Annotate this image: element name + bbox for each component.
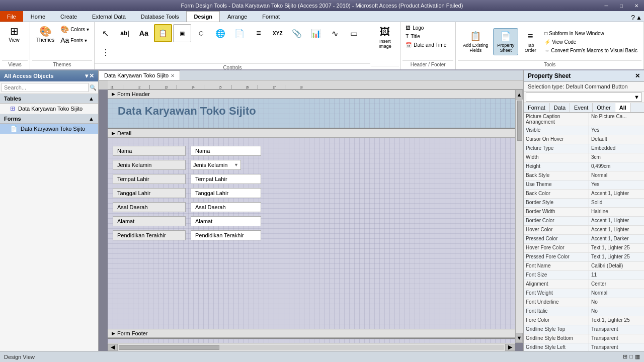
insert-image-button[interactable]: 🖼 InsertImage	[372, 24, 397, 51]
help-icon[interactable]: ?	[631, 14, 635, 22]
view-button[interactable]: ⊞ View	[3, 24, 25, 45]
rect-control[interactable]: ▭	[345, 24, 363, 42]
prop-row-25[interactable]: Gridline Style Left Transparent	[524, 343, 644, 351]
field-input-tanggal-lahir[interactable]: Tanggal Lahir	[191, 188, 261, 198]
prop-row-2[interactable]: Cursor On Hover Default	[524, 135, 644, 144]
attach-control[interactable]: 📎	[288, 24, 306, 42]
subform-new-window-button[interactable]: □ Subform in New Window	[542, 30, 639, 37]
prop-row-12[interactable]: Hover Color Accent 1, Lighter	[524, 226, 644, 235]
prop-type-dropdown[interactable]: ▼	[526, 93, 642, 102]
scroll-right-btn[interactable]: ▶	[505, 344, 515, 351]
tab-arrange[interactable]: Arrange	[220, 11, 255, 22]
tab-format[interactable]: Format	[255, 11, 287, 22]
panel-menu-icon[interactable]: ▾	[85, 72, 88, 79]
status-view-icon-3[interactable]: ▦	[635, 353, 640, 360]
status-view-icon-2[interactable]: □	[629, 353, 633, 360]
datetime-button[interactable]: 📅 Date and Time	[404, 41, 452, 49]
nav-control[interactable]: 📄	[230, 24, 249, 42]
fonts-button[interactable]: Aa Fonts ▾	[58, 35, 91, 45]
vertical-scrollbar[interactable]: ▲ ▼	[515, 89, 523, 343]
line-control[interactable]: ∿	[326, 24, 344, 42]
scroll-down-btn[interactable]: ▼	[516, 333, 523, 343]
prop-tab-format[interactable]: Format	[524, 103, 550, 112]
prop-row-20[interactable]: Font Underline No	[524, 298, 644, 307]
prop-row-6[interactable]: Back Style Normal	[524, 171, 644, 180]
close-button[interactable]: ✕	[629, 0, 644, 11]
search-input[interactable]	[2, 83, 89, 92]
tab-database-tools[interactable]: Database Tools	[133, 11, 187, 22]
property-sheet-button[interactable]: 📄 PropertySheet	[493, 28, 518, 55]
tables-section[interactable]: Tables ▲	[0, 94, 98, 104]
textbox-control[interactable]: ab|	[116, 24, 134, 42]
forms-section[interactable]: Forms ▲	[0, 114, 98, 124]
prop-row-9[interactable]: Border Style Solid	[524, 199, 644, 208]
field-input-tempat-lahir[interactable]: Tempat Lahir	[191, 174, 261, 184]
form-detail-section[interactable]: Nama Nama Jenis Kelamin Jenis Kelamin ▼	[108, 138, 523, 329]
prop-row-1[interactable]: Visible Yes	[524, 126, 644, 135]
prop-row-15[interactable]: Pressed Fore Color Text 1, Lighter 25	[524, 253, 644, 262]
chart-control[interactable]: 📊	[307, 24, 325, 42]
field-combo-jenis-kelamin[interactable]: Jenis Kelamin ▼	[191, 160, 241, 170]
scroll-thumb-h[interactable]	[119, 345, 504, 350]
search-icon[interactable]: 🔍	[90, 84, 97, 91]
colors-button[interactable]: 🎨 Colors ▾	[58, 24, 91, 34]
prop-row-5[interactable]: Height 0,499cm	[524, 162, 644, 171]
prop-row-13[interactable]: Pressed Color Accent 1, Darker	[524, 235, 644, 244]
prop-row-7[interactable]: Use Theme Yes	[524, 180, 644, 190]
label-control[interactable]: Aa	[135, 24, 153, 42]
prop-row-16[interactable]: Font Name Calibri (Detail)	[524, 262, 644, 271]
prop-tab-other[interactable]: Other	[593, 103, 615, 112]
combo-control[interactable]: ▣	[173, 24, 191, 42]
select-control[interactable]: ↖	[97, 24, 115, 42]
unbound-control[interactable]: XYZ	[269, 24, 287, 42]
more-controls[interactable]: ⋮	[97, 43, 115, 61]
form-header-section[interactable]: Data Karyawan Toko Sijito	[108, 99, 523, 129]
prop-close-icon[interactable]: ✕	[635, 72, 640, 79]
logo-button[interactable]: 🖼 Logo	[404, 24, 452, 32]
field-input-pendidikan-terakhir[interactable]: Pendidikan Terakhir	[191, 230, 261, 240]
field-input-asal-daerah[interactable]: Asal Daerah	[191, 202, 261, 212]
prop-row-4[interactable]: Width 3cm	[524, 153, 644, 162]
themes-button[interactable]: 🎨 Themes	[33, 24, 57, 45]
convert-macros-button[interactable]: ↔ Convert Form's Macros to Visual Basic	[542, 47, 639, 54]
tab-file[interactable]: File	[0, 11, 23, 22]
prop-row-17[interactable]: Font Size 11	[524, 271, 644, 280]
title-button[interactable]: T Title	[404, 33, 452, 40]
prop-row-3[interactable]: Picture Type Embedded	[524, 144, 644, 153]
prop-row-14[interactable]: Hover Fore Color Text 1, Lighter 25	[524, 244, 644, 253]
view-code-button[interactable]: ⚡ View Code	[542, 38, 639, 46]
tab-home[interactable]: Home	[23, 11, 53, 22]
add-existing-fields-button[interactable]: 📋 Add ExistingFields	[460, 29, 491, 55]
tables-item-0[interactable]: ⊞ Data Karyawan Toko Sijito	[0, 104, 98, 114]
tab-order-button[interactable]: ≡ TabOrder	[520, 29, 540, 55]
prop-row-11[interactable]: Border Color Accent 1, Lighter	[524, 217, 644, 226]
field-input-nama[interactable]: Nama	[191, 146, 261, 156]
doc-tab-0[interactable]: Data Karyawan Toko Sijito ✕	[99, 70, 180, 80]
prop-tab-all[interactable]: All	[615, 103, 631, 112]
prop-row-0[interactable]: Picture Caption Arrangement No Picture C…	[524, 113, 644, 126]
status-view-icon-1[interactable]: ⊞	[623, 353, 627, 360]
hyperlink-control[interactable]: 🌐	[211, 24, 229, 42]
prop-row-23[interactable]: Gridline Style Top Transparent	[524, 325, 644, 334]
ribbon-collapse-icon[interactable]: ▲	[636, 14, 642, 21]
maximize-button[interactable]: □	[614, 0, 629, 11]
prop-row-8[interactable]: Back Color Accent 1, Lighter	[524, 190, 644, 199]
prop-row-21[interactable]: Font Italic No	[524, 307, 644, 316]
form-footer-section[interactable]	[108, 338, 523, 343]
prop-row-10[interactable]: Border Width Hairline	[524, 208, 644, 217]
panel-close-icon[interactable]: ✕	[89, 72, 94, 79]
prop-row-22[interactable]: Fore Color Text 1, Lighter 25	[524, 316, 644, 325]
horizontal-scrollbar[interactable]: ◀ ▶	[108, 343, 515, 351]
prop-row-19[interactable]: Font Weight Normal	[524, 289, 644, 298]
list-control[interactable]: ≡	[250, 24, 268, 42]
tab-design[interactable]: Design	[186, 11, 220, 22]
button-control[interactable]: 📋	[154, 24, 172, 42]
prop-tab-data[interactable]: Data	[550, 103, 570, 112]
minimize-button[interactable]: ─	[599, 0, 614, 11]
prop-row-18[interactable]: Alignment Center	[524, 280, 644, 289]
prop-row-24[interactable]: Gridline Style Bottom Transparent	[524, 334, 644, 343]
forms-item-0[interactable]: 📄 Data Karyawan Toko Sijito	[0, 124, 98, 134]
tab-create[interactable]: Create	[53, 11, 85, 22]
tab-external-data[interactable]: External Data	[85, 11, 133, 22]
field-input-alamat[interactable]: Alamat	[191, 216, 261, 226]
